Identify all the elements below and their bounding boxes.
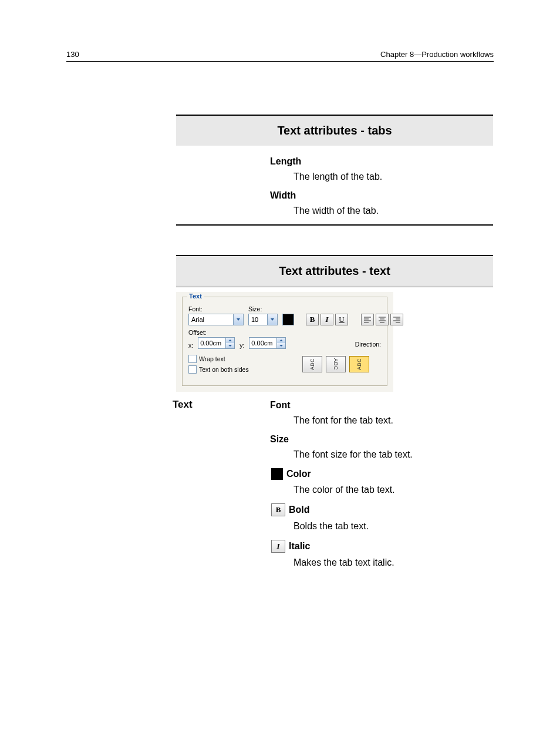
chevron-down-icon <box>277 343 285 348</box>
y-value: 0.00cm <box>249 340 276 347</box>
page-number: 130 <box>66 50 79 59</box>
color-swatch[interactable] <box>282 314 294 325</box>
term-length: Length <box>270 156 493 167</box>
both-sides-label: Text on both sides <box>199 366 249 373</box>
size-label: Size: <box>248 305 278 312</box>
section-sub-label: Text <box>173 399 193 411</box>
direction-label: Direction: <box>355 341 381 348</box>
bold-button[interactable]: B <box>306 314 319 325</box>
text-fieldset: Text Font: Arial Size: 10 <box>182 297 387 386</box>
checkbox-icon <box>188 365 197 374</box>
term-size: Size <box>270 434 493 445</box>
term-width: Width <box>270 190 493 201</box>
fieldset-legend: Text <box>187 293 204 300</box>
font-value: Arial <box>189 316 233 323</box>
tabs-definitions: Length The length of the tab. Width The … <box>176 156 493 216</box>
size-value: 10 <box>249 316 267 323</box>
text-panel: Text Font: Arial Size: 10 <box>176 292 393 392</box>
font-dropdown[interactable]: Arial <box>188 314 244 325</box>
term-color: Color <box>286 469 311 479</box>
size-dropdown[interactable]: 10 <box>248 314 278 325</box>
y-label: y: <box>239 342 244 349</box>
term-font: Font <box>270 400 493 411</box>
wrap-text-label: Wrap text <box>199 355 225 362</box>
y-stepper[interactable]: 0.00cm <box>249 337 286 349</box>
color-swatch-icon <box>271 468 283 480</box>
page-header: 130 Chapter 8—Production workflows <box>66 50 494 62</box>
chevron-down-icon <box>267 314 277 325</box>
desc-length: The length of the tab. <box>294 172 493 182</box>
section-title-tabs: Text attributes - tabs <box>176 116 493 146</box>
section-title-text: Text attributes - text <box>176 256 493 286</box>
x-label: x: <box>188 342 193 349</box>
italic-button[interactable]: I <box>321 314 333 325</box>
term-bold: Bold <box>289 505 310 515</box>
italic-icon: I <box>271 540 285 553</box>
chevron-down-icon <box>226 343 234 348</box>
chevron-up-icon <box>277 338 285 343</box>
term-italic: Italic <box>289 541 310 552</box>
both-sides-checkbox[interactable]: Text on both sides <box>188 365 249 374</box>
chevron-down-icon <box>233 314 243 325</box>
x-stepper[interactable]: 0.00cm <box>198 337 235 349</box>
direction-3-button[interactable]: ABC <box>349 356 369 372</box>
desc-bold: Bolds the tab text. <box>294 521 493 532</box>
align-left-button[interactable] <box>361 314 374 325</box>
desc-font: The font for the tab text. <box>294 415 493 426</box>
text-definitions: Font The font for the tab text. Size The… <box>176 400 493 568</box>
desc-size: The font size for the tab text. <box>294 449 493 460</box>
desc-width: The width of the tab. <box>294 206 493 216</box>
offset-label: Offset: <box>188 329 381 336</box>
bold-icon: B <box>271 503 285 516</box>
desc-italic: Makes the tab text italic. <box>294 557 493 568</box>
desc-color: The color of the tab text. <box>294 485 493 495</box>
align-right-button[interactable] <box>390 314 403 325</box>
wrap-text-checkbox[interactable]: Wrap text <box>188 355 249 363</box>
x-value: 0.00cm <box>198 340 225 347</box>
underline-button[interactable]: U <box>335 314 348 325</box>
checkbox-icon <box>188 355 197 363</box>
direction-2-button[interactable]: ABC <box>326 356 346 372</box>
chevron-up-icon <box>226 338 234 343</box>
font-label: Font: <box>188 305 244 312</box>
align-center-button[interactable] <box>376 314 389 325</box>
direction-1-button[interactable]: ABC <box>302 356 322 372</box>
chapter-title: Chapter 8—Production workflows <box>380 50 494 59</box>
